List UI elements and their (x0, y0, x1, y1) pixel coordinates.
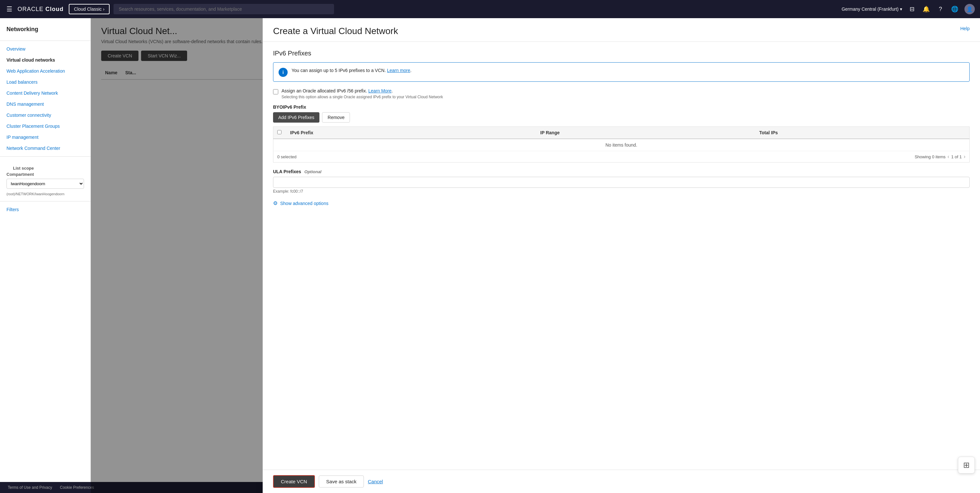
col-select-header (274, 127, 286, 139)
footer-links: Terms of Use and Privacy Cookie Preferen… (8, 485, 94, 490)
byoipv6-label: BYOIPv6 Prefix (273, 105, 970, 110)
compartment-select[interactable]: IwanHoogendoorn (6, 179, 84, 189)
modal-header: Create a Virtual Cloud Network Help (262, 18, 980, 42)
help-circle-icon[interactable]: ? (936, 6, 945, 13)
pagination: Showing 0 items ‹ 1 of 1 › (915, 154, 966, 159)
oracle-ipv6-checkbox[interactable] (273, 89, 278, 94)
ula-prefixes-input[interactable] (273, 177, 970, 188)
oracle-learn-more-link[interactable]: Learn More (368, 88, 392, 94)
col-total-ips-header: Total IPs (755, 127, 969, 139)
cloud-classic-button[interactable]: Cloud Classic › (69, 4, 110, 14)
table-empty-message: No items found. (274, 139, 970, 151)
create-vcn-modal: Create a Virtual Cloud Network Help IPv6… (262, 18, 980, 493)
sidebar-item-ip-management[interactable]: IP management (0, 132, 91, 143)
showing-label: Showing 0 items (915, 154, 945, 159)
oracle-ipv6-label: Assign an Oracle allocated IPv6 /56 pref… (282, 88, 443, 94)
region-chevron-icon: ▾ (900, 6, 902, 12)
content-area: Virtual Cloud Net... Virtual Cloud Netwo… (91, 18, 980, 493)
byoipv6-toolbar: Add IPv6 Prefixes Remove (273, 112, 970, 122)
ula-optional-label: Optional (304, 169, 322, 174)
next-page-button[interactable]: › (964, 154, 966, 159)
oracle-logo: ORACLE Cloud (18, 6, 64, 13)
top-navigation: ☰ ORACLE Cloud Cloud Classic › Germany C… (0, 0, 980, 18)
compartment-path: (root)/NETWORK/IwanHoogendoorn (0, 191, 91, 199)
main-layout: Networking Overview Virtual cloud networ… (0, 18, 980, 493)
info-box: i You can assign up to 5 IPv6 prefixes t… (273, 62, 970, 82)
user-avatar[interactable]: 👤 (964, 4, 975, 14)
help-widget[interactable]: ⊞ (958, 457, 975, 474)
sidebar-item-virtual-cloud-networks[interactable]: Virtual cloud networks (0, 54, 91, 65)
advanced-options-link[interactable]: ⚙ Show advanced options (273, 200, 970, 206)
sidebar-title: Networking (0, 23, 91, 38)
modal-overlay: Create a Virtual Cloud Network Help IPv6… (91, 18, 980, 493)
oracle-ipv6-subtext: Selecting this option allows a single Or… (282, 95, 443, 99)
search-input[interactable] (113, 4, 334, 14)
ipv6-section-title: IPv6 Prefixes (273, 49, 970, 57)
info-text: You can assign up to 5 IPv6 prefixes to … (291, 67, 412, 74)
remove-button[interactable]: Remove (322, 112, 350, 122)
region-label: Germany Central (Frankfurt) (842, 6, 899, 12)
bell-icon[interactable]: 🔔 (922, 5, 931, 13)
list-scope-section: List scope Compartment IwanHoogendoorn (0, 159, 91, 191)
nav-right-actions: Germany Central (Frankfurt) ▾ ⊟ 🔔 ? 🌐 👤 (842, 4, 975, 14)
cancel-button[interactable]: Cancel (368, 479, 383, 484)
region-selector[interactable]: Germany Central (Frankfurt) ▾ (842, 6, 902, 12)
col-ip-range-header: IP Range (536, 127, 755, 139)
sidebar-item-dns-management[interactable]: DNS management (0, 99, 91, 110)
add-ipv6-prefixes-button[interactable]: Add IPv6 Prefixes (273, 112, 320, 122)
byoipv6-table-header: IPv6 Prefix IP Range Total IPs (274, 127, 970, 139)
modal-footer: Create VCN Save as stack Cancel (262, 470, 980, 493)
hamburger-menu-icon[interactable]: ☰ (5, 4, 14, 14)
cookie-preferences-link[interactable]: Cookie Preferences (60, 485, 94, 490)
advanced-options-label: Show advanced options (280, 201, 328, 206)
table-footer: 0 selected Showing 0 items ‹ 1 of 1 › (273, 151, 970, 162)
modal-body: IPv6 Prefixes i You can assign up to 5 I… (262, 42, 980, 470)
page-indicator: 1 of 1 (951, 154, 962, 159)
sidebar-item-web-application-acceleration[interactable]: Web Application Acceleration (0, 65, 91, 76)
sidebar-item-customer-connectivity[interactable]: Customer connectivity (0, 110, 91, 121)
sidebar-item-overview[interactable]: Overview (0, 43, 91, 54)
oracle-ipv6-checkbox-row: Assign an Oracle allocated IPv6 /56 pref… (273, 88, 970, 99)
globe-icon[interactable]: 🌐 (950, 5, 959, 13)
save-as-stack-button[interactable]: Save as stack (319, 476, 364, 488)
sidebar-item-load-balancers[interactable]: Load balancers (0, 76, 91, 87)
monitor-icon[interactable]: ⊟ (907, 5, 916, 13)
byoipv6-table: IPv6 Prefix IP Range Total IPs No items … (273, 127, 970, 151)
selected-count: 0 selected (277, 154, 296, 159)
sidebar-item-cluster-placement-groups[interactable]: Cluster Placement Groups (0, 121, 91, 132)
sidebar: Networking Overview Virtual cloud networ… (0, 18, 91, 493)
table-empty-row: No items found. (274, 139, 970, 151)
ula-hint: Example: fc00::/7 (273, 189, 970, 194)
info-icon: i (278, 68, 288, 77)
terms-link[interactable]: Terms of Use and Privacy (8, 485, 52, 490)
prev-page-button[interactable]: ‹ (948, 154, 949, 159)
col-ipv6-prefix-header: IPv6 Prefix (286, 127, 537, 139)
ula-prefixes-label-group: ULA Prefixes Optional (273, 169, 970, 174)
sidebar-item-filters[interactable]: Filters (0, 204, 91, 215)
create-vcn-modal-button[interactable]: Create VCN (273, 475, 315, 488)
sliders-icon: ⚙ (273, 200, 278, 206)
modal-help-link[interactable]: Help (960, 26, 970, 31)
modal-title: Create a Virtual Cloud Network (273, 26, 398, 36)
sidebar-item-content-delivery-network[interactable]: Content Delivery Network (0, 87, 91, 99)
compartment-label: Compartment (6, 172, 84, 177)
learn-more-link[interactable]: Learn more (387, 68, 410, 73)
oracle-ipv6-label-group: Assign an Oracle allocated IPv6 /56 pref… (282, 88, 443, 99)
select-all-checkbox[interactable] (277, 130, 282, 134)
list-scope-label: List scope (6, 162, 84, 172)
sidebar-item-network-command-center[interactable]: Network Command Center (0, 143, 91, 154)
help-widget-icon: ⊞ (963, 461, 970, 470)
